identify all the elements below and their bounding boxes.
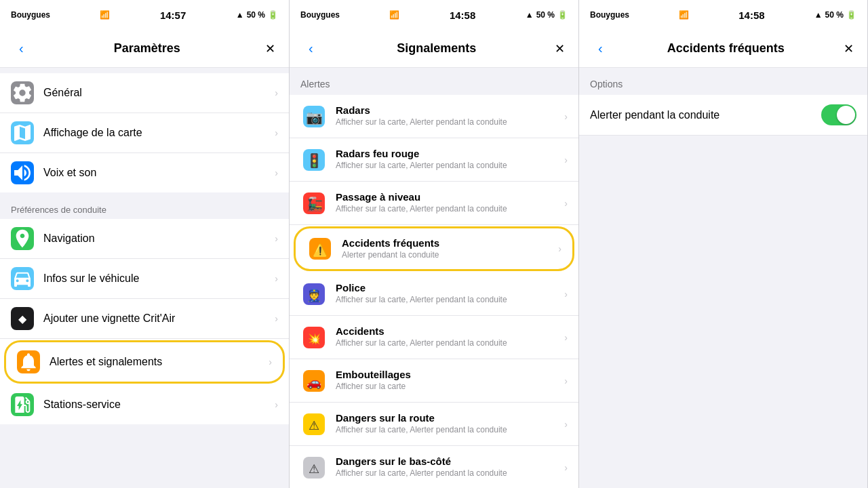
gear-icon (11, 81, 34, 104)
parametres-list: Général › Affichage de la carte › (0, 68, 289, 488)
indicators-1: ▲ 50 % 🔋 (236, 10, 278, 20)
close-button-3[interactable]: ✕ (844, 41, 854, 56)
svg-text:⚠️: ⚠️ (313, 243, 328, 258)
chevron-general: › (275, 87, 278, 98)
svg-text:💥: 💥 (307, 331, 322, 346)
alertes-header: Alertes (290, 68, 578, 95)
back-button-3[interactable]: ‹ (593, 38, 608, 59)
carrier-1: Bouygues (11, 10, 50, 20)
time-3: 14:58 (738, 9, 764, 21)
radars-title: Radars (336, 104, 564, 116)
section-header-driving: Préférences de conduite (0, 192, 289, 219)
embouteillages-text: Embouteillages Afficher sur la carte (336, 369, 564, 392)
back-button-2[interactable]: ‹ (303, 38, 319, 59)
alert-item-accidents[interactable]: 💥 Accidents Afficher sur la carte, Alert… (290, 316, 578, 359)
list-item-vehicle[interactable]: Infos sur le véhicule › (0, 259, 289, 299)
panel-signalements: Bouygues 📶 14:58 ▲ 50 % 🔋 ‹ Signalements… (290, 0, 579, 488)
police-text: Police Afficher sur la carte, Alerter pe… (336, 282, 564, 306)
alerts-icon (17, 350, 40, 373)
battery-icon-2: 🔋 (557, 10, 568, 20)
close-button-1[interactable]: ✕ (265, 41, 275, 56)
battery-icon-1: 🔋 (268, 10, 278, 20)
radars-feu-text: Radars feu rouge Afficher sur la carte, … (336, 148, 564, 171)
back-button-1[interactable]: ‹ (14, 38, 29, 59)
radar-icon: 📷 (300, 103, 328, 130)
battery-label-2: 50 % (536, 10, 555, 20)
police-subtitle: Afficher sur la carte, Alerter pendant l… (336, 295, 564, 306)
passage-text: Passage à niveau Afficher sur la carte, … (336, 191, 564, 215)
list-item-alerts[interactable]: Alertes et signalements › (4, 340, 285, 384)
chevron-embouteillages: › (564, 375, 568, 386)
list-item-vignette[interactable]: ◆ Ajouter une vignette Crit'Air › (0, 299, 289, 339)
radars-subtitle: Afficher sur la carte, Alerter pendant l… (336, 117, 564, 128)
svg-text:🚦: 🚦 (306, 152, 323, 169)
section-general: Général › Affichage de la carte › (0, 73, 289, 192)
radar-feu-icon: 🚦 (300, 146, 328, 174)
carrier-2: Bouygues (300, 10, 340, 20)
signalements-list: 📷 Radars Afficher sur la carte, Alerter … (290, 95, 578, 488)
embouteillages-title: Embouteillages (336, 369, 564, 380)
map-text: Affichage de la carte (43, 127, 269, 139)
embouteillages-subtitle: Afficher sur la carte (336, 382, 564, 392)
list-item-voice[interactable]: Voix et son › (0, 153, 289, 192)
list-item-navigation[interactable]: Navigation › (0, 219, 289, 259)
alert-item-radars[interactable]: 📷 Radars Afficher sur la carte, Alerter … (290, 95, 578, 138)
chevron-accidents: › (564, 332, 568, 343)
list-item-stations[interactable]: Stations-service › (0, 385, 289, 424)
voice-text: Voix et son (43, 167, 269, 179)
dangers-bas-text: Dangers sur le bas-côté Afficher sur la … (336, 455, 564, 479)
stations-icon (11, 393, 34, 416)
nav-bar-1: ‹ Paramètres ✕ (0, 30, 289, 68)
passage-title: Passage à niveau (336, 191, 564, 203)
dangers-bas-title: Dangers sur le bas-côté (336, 455, 564, 467)
map-title: Affichage de la carte (43, 127, 269, 139)
navigation-text: Navigation (43, 232, 269, 245)
nav-bar-3: ‹ Accidents fréquents ✕ (579, 30, 867, 68)
vehicle-title: Infos sur le véhicule (43, 272, 269, 285)
options-header: Options (579, 68, 867, 95)
voice-title: Voix et son (43, 167, 269, 179)
nav-title-2: Signalements (397, 41, 476, 56)
alerter-label: Alerter pendant la conduite (590, 109, 821, 121)
nav-title-1: Paramètres (114, 41, 180, 56)
list-item-map[interactable]: Affichage de la carte › (0, 113, 289, 153)
radars-feu-subtitle: Afficher sur la carte, Alerter pendant l… (336, 161, 564, 171)
vehicle-text: Infos sur le véhicule (43, 272, 269, 285)
voice-icon (11, 161, 34, 184)
location-icon-2: ▲ (526, 10, 534, 20)
navigation-icon (11, 227, 34, 250)
alert-item-dangers-bas[interactable]: ⚠ Dangers sur le bas-côté Afficher sur l… (290, 446, 578, 488)
alert-item-passage[interactable]: 🚂 Passage à niveau Afficher sur la carte… (290, 182, 578, 225)
police-icon: 👮 (300, 281, 328, 308)
options-list: Alerter pendant la conduite (579, 95, 867, 136)
chevron-map: › (275, 127, 278, 138)
accidents-freq-title: Accidents fréquents (342, 237, 558, 249)
alert-item-radars-feu[interactable]: 🚦 Radars feu rouge Afficher sur la carte… (290, 138, 578, 182)
list-item-general[interactable]: Général › (0, 73, 289, 113)
close-button-2[interactable]: ✕ (555, 41, 565, 56)
status-bar-2: Bouygues 📶 14:58 ▲ 50 % 🔋 (290, 0, 578, 30)
chevron-dangers-bas: › (564, 462, 568, 473)
alert-item-dangers-route[interactable]: ⚠ Dangers sur la route Afficher sur la c… (290, 403, 578, 446)
battery-label-3: 50 % (825, 10, 844, 20)
general-title: Général (43, 87, 269, 99)
alert-item-police[interactable]: 👮 Police Afficher sur la carte, Alerter … (290, 272, 578, 316)
accidents-text: Accidents Afficher sur la carte, Alerter… (336, 325, 564, 349)
vignette-text: Ajouter une vignette Crit'Air (43, 312, 269, 325)
alerts-text: Alertes et signalements (50, 356, 263, 368)
alerter-toggle[interactable] (821, 104, 856, 125)
status-bar-1: Bouygues 📶 14:57 ▲ 50 % 🔋 (0, 0, 289, 30)
navigation-title: Navigation (43, 232, 269, 245)
chevron-dangers-route: › (564, 419, 568, 430)
signalements-items: 📷 Radars Afficher sur la carte, Alerter … (290, 95, 578, 488)
vignette-title: Ajouter une vignette Crit'Air (43, 312, 269, 325)
accidents-freq-icon: ⚠️ (307, 235, 334, 262)
alert-item-embouteillages[interactable]: 🚗 Embouteillages Afficher sur la carte › (290, 359, 578, 403)
alert-item-accidents-freq[interactable]: ⚠️ Accidents fréquents Alerter pendant l… (294, 226, 574, 271)
chevron-vignette: › (275, 313, 278, 324)
svg-text:⚠: ⚠ (309, 419, 319, 432)
location-icon-1: ▲ (236, 10, 244, 20)
embouteillages-icon: 🚗 (300, 367, 328, 394)
vignette-icon: ◆ (11, 307, 34, 330)
radars-feu-title: Radars feu rouge (336, 148, 564, 159)
